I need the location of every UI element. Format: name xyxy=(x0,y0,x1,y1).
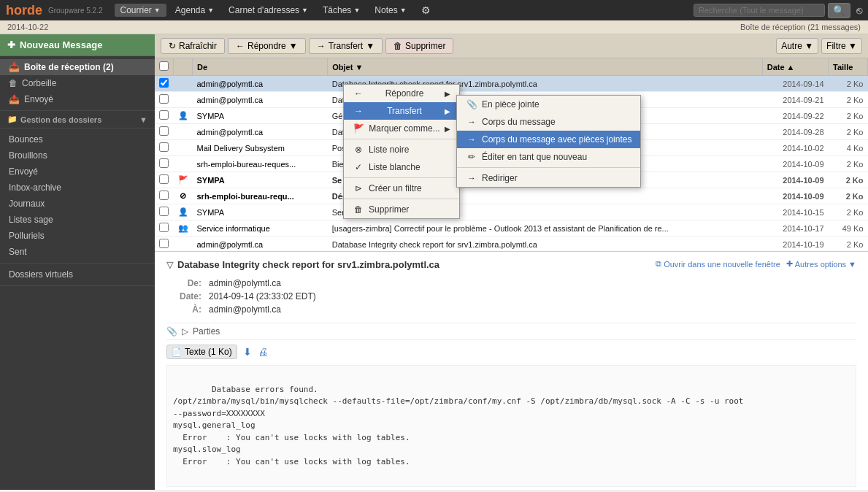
row-checkbox[interactable] xyxy=(159,126,169,136)
sidebar-item-bounces[interactable]: Bounces xyxy=(0,131,155,147)
row-checkbox[interactable] xyxy=(159,94,169,104)
row-checkbox[interactable] xyxy=(159,158,169,168)
col-from[interactable]: De xyxy=(193,58,328,76)
row-date: 2014-09-14 xyxy=(762,76,828,92)
col-subject[interactable]: Objet ▼ xyxy=(328,58,762,76)
ctx-whitelist[interactable]: ✓ Liste blanche xyxy=(344,158,459,176)
ctx-create-filter[interactable]: ⊳ Créer un filtre xyxy=(344,180,459,197)
logout-button[interactable]: ⎋ xyxy=(856,4,862,16)
preview-collapse-icon[interactable]: ▽ xyxy=(166,260,173,270)
sub-edit-icon: ✏ xyxy=(466,152,477,162)
sidebar-item-sent[interactable]: Sent xyxy=(0,244,155,260)
from-label: De: xyxy=(168,277,204,289)
preview-title-area: ▽ Database Integrity check report for sr… xyxy=(166,259,439,270)
sub-attachment[interactable]: 📎 En pièce jointe xyxy=(457,96,640,113)
row-icon xyxy=(174,124,193,140)
sub-body[interactable]: → Corps du message xyxy=(457,113,640,131)
folder-list: Bounces Brouillons Envoyé Inbox-archive … xyxy=(0,128,155,264)
col-date[interactable]: Date ▲ xyxy=(762,58,828,76)
other-button[interactable]: Autre ▼ xyxy=(776,38,818,54)
row-from: SYMPA xyxy=(193,204,328,220)
ctx-transfer[interactable]: → Transfert ▶ xyxy=(344,102,459,120)
row-checkbox[interactable] xyxy=(159,174,169,184)
print-icon[interactable]: 🖨 xyxy=(258,346,268,358)
inbox-icon: 📥 xyxy=(9,62,20,72)
sub-body-attachment[interactable]: → Corps du message avec pièces jointes xyxy=(457,131,640,148)
email-row[interactable]: ⊘srh-emploi-bureau-requ...Désabonné...20… xyxy=(155,188,868,204)
sidebar-item-inbox-archive[interactable]: Inbox-archive xyxy=(0,180,155,196)
ctx-reply-arrow: ▶ xyxy=(445,90,450,98)
row-date: 2014-10-09 xyxy=(762,188,828,204)
sidebar-item-inbox[interactable]: 📥 Boîte de réception (2) xyxy=(0,59,155,75)
ctx-filter-label: Créer un filtre xyxy=(369,183,422,193)
sub-body-att-label: Corps du message avec pièces jointes xyxy=(482,134,631,145)
new-message-button[interactable]: ✚ Nouveau Message xyxy=(0,34,155,56)
row-checkbox[interactable] xyxy=(159,239,169,248)
refresh-button[interactable]: ↻ Rafraîchir xyxy=(161,38,225,54)
sidebar-item-envoye2[interactable]: Envoyé xyxy=(0,164,155,180)
row-checkbox[interactable] xyxy=(159,110,169,120)
col-checkbox[interactable] xyxy=(155,58,174,76)
row-date: 2014-09-21 xyxy=(762,92,828,108)
email-row[interactable]: 👤SYMPAService de...2014-10-152 Ko xyxy=(155,204,868,220)
search-input[interactable] xyxy=(694,4,825,17)
sidebar-item-polluriels[interactable]: Polluriels xyxy=(0,228,155,244)
sidebar-item-corbeille[interactable]: 🗑 Corbeille xyxy=(0,75,155,91)
sidebar-item-journaux[interactable]: Journaux xyxy=(0,196,155,212)
email-row[interactable]: 👥Service informatique[usagers-zimbra] Co… xyxy=(155,220,868,237)
ctx-delete-label: Supprimer xyxy=(369,204,409,215)
nav-taches[interactable]: Tâches ▼ xyxy=(317,4,366,17)
email-row[interactable]: admin@polymtl.caDatabase Integrity check… xyxy=(155,237,868,253)
row-checkbox[interactable] xyxy=(159,223,169,232)
open-window-link[interactable]: ⧉ Ouvrir dans une nouvelle fenêtre xyxy=(656,259,780,269)
corbeille-icon: 🗑 xyxy=(9,78,18,88)
row-size: 2 Ko xyxy=(829,172,868,188)
email-row[interactable]: admin@polymtl.caDatabase Integrity check… xyxy=(155,76,868,92)
date-value: 2014-09-14 (23:33:02 EDT) xyxy=(206,291,855,302)
paperclip-icon: 📎 xyxy=(166,326,177,337)
nav-notes[interactable]: Notes ▼ xyxy=(369,4,412,17)
nav-agenda[interactable]: Agenda ▼ xyxy=(169,4,220,17)
ctx-blacklist-label: Liste noire xyxy=(369,145,409,155)
date-sort-icon: ▲ xyxy=(787,63,795,72)
attachment-bar: 📎 ▷ Parties xyxy=(166,323,856,340)
play-icon[interactable]: ▷ xyxy=(182,326,188,337)
row-checkbox[interactable] xyxy=(159,191,169,200)
row-size: 49 Ko xyxy=(829,220,868,237)
sidebar-item-listes-sage[interactable]: Listes sage xyxy=(0,212,155,228)
folder-management-header[interactable]: 📁 Gestion des dossiers ▼ xyxy=(0,111,155,128)
sidebar-item-envoye[interactable]: 📤 Envoyé xyxy=(0,91,155,107)
folder-arrow-icon: ▼ xyxy=(139,115,147,124)
filter-button[interactable]: Filtre ▼ xyxy=(821,38,862,54)
ctx-delete[interactable]: 🗑 Supprimer xyxy=(344,201,459,218)
row-checkbox[interactable] xyxy=(159,142,169,152)
sub-edit-new[interactable]: ✏ Éditer en tant que nouveau xyxy=(457,148,640,166)
search-button[interactable]: 🔍 xyxy=(828,3,850,18)
sidebar-item-brouillons[interactable]: Brouillons xyxy=(0,147,155,164)
download-icon[interactable]: ⬇ xyxy=(243,346,252,358)
row-checkbox[interactable] xyxy=(159,207,169,216)
delete-button[interactable]: 🗑 Supprimer xyxy=(385,38,453,54)
nav-carnet[interactable]: Carnet d'adresses ▼ xyxy=(223,4,314,17)
transfer-icon: → xyxy=(317,41,326,51)
sub-redirect[interactable]: → Rediriger xyxy=(457,169,640,187)
reply-button[interactable]: ← Répondre ▼ xyxy=(228,38,306,54)
virtual-folders-section: Dossiers virtuels xyxy=(0,264,155,286)
sidebar-item-dossiers-virtuels[interactable]: Dossiers virtuels xyxy=(0,266,155,282)
ctx-blacklist[interactable]: ⊗ Liste noire xyxy=(344,141,459,158)
row-checkbox[interactable] xyxy=(159,78,169,88)
col-size[interactable]: Taille xyxy=(829,58,868,76)
current-date: 2014-10-22 xyxy=(7,23,48,31)
ctx-reply[interactable]: ← Répondre ▶ xyxy=(344,85,459,102)
nav-settings[interactable]: ⚙ xyxy=(415,3,437,18)
transfer-button[interactable]: → Transfert ▼ xyxy=(309,38,383,54)
select-all-checkbox[interactable] xyxy=(159,61,169,71)
ctx-reply-icon: ← xyxy=(353,88,364,99)
row-icon: ⊘ xyxy=(174,188,193,204)
context-menu: ← Répondre ▶ → Transfert ▶ 🚩 Marquer com… xyxy=(343,84,460,219)
more-options-link[interactable]: ✚ Autres options ▼ xyxy=(786,259,856,269)
file-badge[interactable]: 📄 Texte (1 Ko) xyxy=(166,345,237,359)
new-message-icon: ✚ xyxy=(7,39,15,50)
nav-courrier[interactable]: Courrier ▼ xyxy=(115,4,166,17)
ctx-mark[interactable]: 🚩 Marquer comme... ▶ xyxy=(344,120,459,137)
